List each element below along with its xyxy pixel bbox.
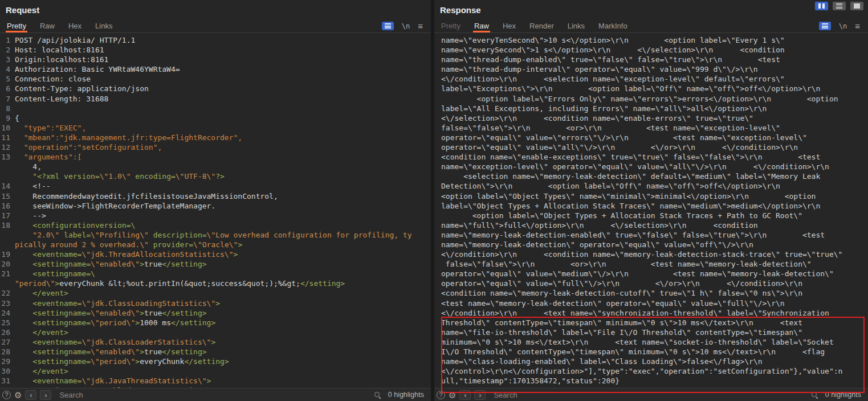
code-line: 31 <eventname=\"jdk.JavaThreadStatistics… xyxy=(0,376,431,386)
code-text: </event> xyxy=(15,328,68,337)
request-code-lines: 1POST /api/jolokia/ HTTP/1.12Host: local… xyxy=(0,35,431,388)
tab-markinfo[interactable]: MarkInfo xyxy=(592,19,634,32)
search-prev-button[interactable]: ‹ xyxy=(459,390,471,400)
code-line: 2Host: localhost:8161 xyxy=(0,45,431,55)
code-line: 24 <settingname=\"enabled\">true</settin… xyxy=(0,308,431,318)
code-text: label=\"All Exceptions, including Errors… xyxy=(441,104,767,113)
code-text: Content-Type: application/json xyxy=(15,84,149,93)
tab-pretty[interactable]: Pretty xyxy=(0,19,33,32)
code-text: label=\"Object Types + Allocation Stack … xyxy=(441,201,820,211)
tab-raw[interactable]: Raw xyxy=(33,19,62,32)
layout-columns-button[interactable] xyxy=(815,2,828,10)
code-text: <eventname=\"jdk.ClassLoadingStatistics\… xyxy=(15,298,220,308)
request-editor[interactable]: 1POST /api/jolokia/ HTTP/1.12Host: local… xyxy=(0,33,431,388)
code-line: name=\"everyTenSecond\">10 s<\/option>\r… xyxy=(441,35,868,45)
code-text: pically around 2 % overhead.\" provider=… xyxy=(15,240,242,249)
code-text: Recommendedwaytoedit.jfcfilesistouseJava… xyxy=(15,191,278,201)
code-line: name=\"everySecond\">1 s<\/option>\r\n <… xyxy=(441,45,868,55)
show-newlines-button[interactable]: \n xyxy=(402,22,410,30)
code-text: <!-- xyxy=(15,181,51,191)
code-text: <condition name=\"memory-leak-detection-… xyxy=(441,288,802,298)
editor-menu-icon[interactable]: ≡ xyxy=(418,22,423,30)
code-line: name=\"memory-leak-detection\" operator=… xyxy=(441,240,868,249)
code-line: Detection\">\r\n <option label=\"Off\" n… xyxy=(441,181,868,191)
response-editor[interactable]: name=\"everyTenSecond\">10 s<\/option>\r… xyxy=(434,33,868,388)
search-input[interactable] xyxy=(58,390,370,400)
code-text: <\/condition>\r\n <selection name=\"exce… xyxy=(441,74,785,84)
line-number: 19 xyxy=(0,249,15,259)
search-input[interactable] xyxy=(492,390,807,400)
tab-render[interactable]: Render xyxy=(523,19,561,32)
tab-links[interactable]: Links xyxy=(88,19,119,32)
code-line: 28 <settingname=\"enabled\">true</settin… xyxy=(0,347,431,357)
syntax-highlight-icon[interactable] xyxy=(819,22,831,30)
line-number: 18 xyxy=(0,220,15,230)
request-tabbar: PrettyRawHexLinks \n ≡ xyxy=(0,19,431,33)
code-line: <condition name=\"memory-leak-detection-… xyxy=(441,288,868,298)
code-line: I\/O Threshold\" contentType=\"timespan\… xyxy=(441,347,868,357)
code-text: "type":"EXEC", xyxy=(15,123,86,133)
line-number: 6 xyxy=(0,84,15,93)
code-text: Threshold\" contentType=\"timespan\" min… xyxy=(441,318,802,328)
line-number: 21 xyxy=(0,269,15,279)
request-pane: Request PrettyRawHexLinks \n ≡ 1POST /ap… xyxy=(0,0,431,401)
code-text: ull,"timestamp":1701358472,"status":200} xyxy=(441,376,620,386)
code-line: 29 <settingname=\"period\">everyChunk</s… xyxy=(0,357,431,366)
line-number: 29 xyxy=(0,357,15,366)
help-icon[interactable]: ? xyxy=(2,391,11,399)
tab-hex[interactable]: Hex xyxy=(62,19,88,32)
code-text: <option label=\"Errors Only\" name=\"err… xyxy=(441,94,838,104)
layout-rows-button[interactable] xyxy=(833,2,846,10)
code-text: "period\">everyChunk &lt;%out.printIn(&q… xyxy=(15,279,345,288)
code-text: <\/condition>\r\n <text name=\"synchroni… xyxy=(441,308,829,318)
tab-pretty[interactable]: Pretty xyxy=(434,19,467,32)
code-line: 15 Recommendedwaytoedit.jfcfilesistouseJ… xyxy=(0,191,431,201)
tab-links[interactable]: Links xyxy=(561,19,592,32)
code-text: <settingname=\"enabled\">true</setting> xyxy=(15,308,207,318)
code-line: <option label=\"Object Types + Allocatio… xyxy=(441,211,868,220)
code-text: name=\"memory-leak-detection\" operator=… xyxy=(441,240,753,249)
line-number: 22 xyxy=(0,288,15,298)
code-line: <option label=\"Object Types\" name=\"mi… xyxy=(441,191,868,201)
code-line: 5Connection: close xyxy=(0,74,431,84)
line-number: 12 xyxy=(0,142,15,152)
code-line: 20 <settingname=\"enabled\">true</settin… xyxy=(0,259,431,269)
code-text: name=\"file-io-threshold\" label=\"File … xyxy=(441,328,802,337)
code-text: name=\"thread-dump-enabled\" true=\"fals… xyxy=(441,55,780,64)
line-number: 31 xyxy=(0,376,15,386)
code-text: </event> xyxy=(15,288,68,298)
help-icon[interactable]: ? xyxy=(437,391,445,399)
code-line: 14 <!-- xyxy=(0,181,431,191)
line-number xyxy=(0,171,15,181)
request-editor-toolbar: \n ≡ xyxy=(382,22,431,30)
layout-single-button[interactable] xyxy=(850,2,863,10)
code-text: operator=\"equal\" value=\"full\"\/>\r\n… xyxy=(441,279,802,288)
code-line: "<?xml version=\"1.0\" encoding=\"UTF-8\… xyxy=(0,171,431,181)
code-text: name=\"full\">full<\/option>\r\n <\/sele… xyxy=(441,220,758,230)
search-settings-gear-icon[interactable]: ⚙ xyxy=(449,391,456,399)
code-line: 6Content-Type: application/json xyxy=(0,84,431,93)
editor-menu-icon[interactable]: ≡ xyxy=(855,22,860,30)
search-next-button[interactable]: › xyxy=(40,390,51,400)
code-line: <\/condition>\r\n <selection name=\"exce… xyxy=(441,74,868,84)
line-number: 14 xyxy=(0,181,15,191)
show-newlines-button[interactable]: \n xyxy=(839,22,847,30)
code-text: Connection: close xyxy=(15,74,91,84)
code-text: name=\"memory-leak-detection-enabled\" t… xyxy=(441,230,825,240)
search-next-button[interactable]: › xyxy=(474,390,486,400)
code-text: false=\"false\">\r\n <or>\r\n <test name… xyxy=(441,123,780,133)
line-number: 1 xyxy=(0,35,15,45)
tab-raw[interactable]: Raw xyxy=(467,19,496,32)
line-number: 13 xyxy=(0,152,15,162)
search-prev-button[interactable]: ‹ xyxy=(25,390,36,400)
syntax-highlight-icon[interactable] xyxy=(382,22,394,30)
code-text: { xyxy=(15,113,19,123)
line-number: 20 xyxy=(0,259,15,269)
code-line: name=\"file-io-threshold\" label=\"File … xyxy=(441,328,868,337)
tab-hex[interactable]: Hex xyxy=(496,19,523,32)
search-settings-gear-icon[interactable]: ⚙ xyxy=(14,391,22,399)
code-text: <settingname=\"period\">everyChunk</sett… xyxy=(15,357,229,366)
code-line: 8 xyxy=(0,104,431,113)
line-number: 27 xyxy=(0,337,15,347)
line-number: 28 xyxy=(0,347,15,357)
